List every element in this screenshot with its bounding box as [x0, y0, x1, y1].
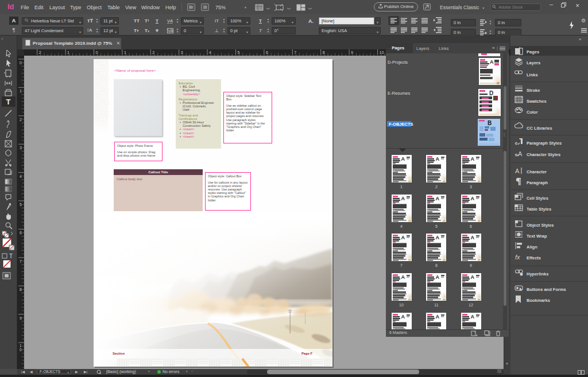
svg-text:10: 10	[399, 303, 404, 307]
svg-text:2: 2	[39, 50, 41, 55]
svg-text:5: 5	[20, 203, 22, 207]
svg-text:B: B	[488, 120, 492, 126]
svg-text:2: 2	[435, 185, 438, 189]
svg-text:5: 5	[435, 224, 438, 228]
svg-text:9: 9	[20, 316, 22, 320]
svg-text:0: 0	[20, 348, 22, 352]
svg-text:1: 1	[400, 185, 403, 189]
svg-text:6: 6	[266, 50, 268, 55]
svg-text:A: A	[490, 59, 494, 65]
svg-text:11: 11	[434, 303, 438, 307]
svg-text:10: 10	[380, 50, 384, 55]
svg-text:8: 8	[435, 263, 438, 267]
svg-text:2: 2	[152, 50, 154, 55]
svg-text:12: 12	[469, 303, 473, 307]
svg-text:7: 7	[20, 259, 22, 263]
svg-text:0: 0	[20, 61, 22, 65]
svg-text:D: D	[489, 90, 493, 96]
svg-text:6: 6	[20, 231, 22, 235]
svg-text:7: 7	[400, 263, 403, 267]
svg-text:4: 4	[20, 174, 22, 178]
svg-text:4: 4	[400, 224, 403, 228]
svg-text:4: 4	[209, 50, 211, 55]
svg-text:T: T	[9, 253, 13, 259]
svg-text:6: 6	[470, 224, 472, 228]
svg-text:8: 8	[20, 287, 22, 292]
svg-text:8: 8	[323, 50, 325, 55]
svg-text:9: 9	[470, 263, 472, 267]
svg-text:1: 1	[67, 50, 69, 55]
svg-text:3: 3	[20, 146, 22, 150]
svg-text:3: 3	[470, 185, 472, 189]
svg-text:3: 3	[181, 50, 183, 55]
svg-text:1: 1	[20, 89, 22, 93]
svg-text:7: 7	[294, 50, 296, 55]
svg-text:1: 1	[124, 50, 126, 55]
svg-text:2: 2	[20, 118, 22, 122]
svg-text:0: 0	[96, 50, 98, 55]
svg-text:9: 9	[351, 50, 353, 55]
svg-text:T: T	[6, 98, 11, 106]
svg-text:5: 5	[238, 50, 240, 55]
svg-text:1: 1	[20, 344, 22, 348]
